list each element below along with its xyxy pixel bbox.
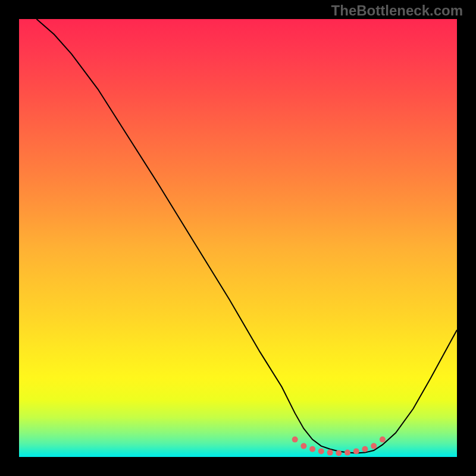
marker-dot	[336, 450, 342, 456]
plot-area	[19, 19, 457, 457]
marker-dot	[371, 443, 377, 449]
marker-dot	[380, 437, 386, 443]
marker-dot	[353, 448, 359, 454]
marker-dot	[318, 448, 324, 454]
bottom-markers	[292, 437, 386, 456]
chart-frame: TheBottleneck.com	[0, 0, 476, 476]
marker-dot	[300, 443, 306, 449]
curve-line	[36, 19, 457, 453]
watermark-text: TheBottleneck.com	[331, 2, 463, 19]
marker-dot	[292, 437, 298, 443]
chart-svg	[19, 19, 457, 457]
marker-dot	[362, 446, 368, 452]
marker-dot	[327, 450, 333, 456]
marker-dot	[345, 450, 350, 456]
marker-dot	[309, 446, 315, 452]
